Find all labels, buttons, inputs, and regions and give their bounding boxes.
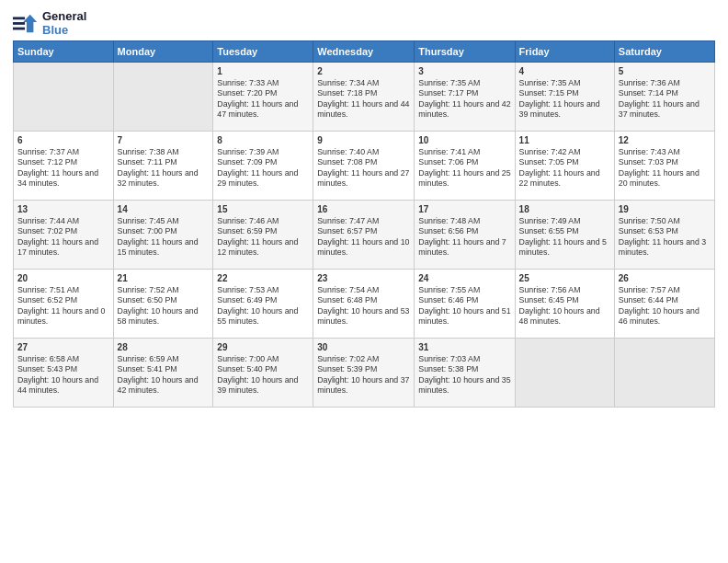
cell-content: Sunrise: 7:48 AMSunset: 6:56 PMDaylight:…: [418, 216, 510, 259]
dow-cell-thursday: Thursday: [415, 41, 515, 63]
cell-content: Sunrise: 7:35 AMSunset: 7:17 PMDaylight:…: [418, 78, 510, 121]
cell-content: Sunrise: 7:49 AMSunset: 6:55 PMDaylight:…: [519, 216, 610, 259]
main-container: General Blue SundayMondayTuesdayWednesda…: [0, 0, 728, 413]
cell-content: Sunrise: 7:44 AMSunset: 7:02 PMDaylight:…: [17, 216, 109, 259]
day-number: 8: [217, 134, 309, 146]
day-number: 23: [317, 272, 410, 284]
day-number: 6: [17, 134, 109, 146]
day-number: 30: [317, 341, 410, 353]
day-number: 27: [17, 341, 109, 353]
day-number: 15: [217, 203, 309, 215]
cell-content: Sunrise: 7:56 AMSunset: 6:45 PMDaylight:…: [519, 285, 610, 327]
cell-content: Sunrise: 7:00 AMSunset: 5:40 PMDaylight:…: [217, 354, 309, 396]
day-number: 2: [317, 65, 410, 77]
day-cell: 22Sunrise: 7:53 AMSunset: 6:49 PMDayligh…: [213, 270, 313, 339]
dow-cell-monday: Monday: [113, 41, 213, 63]
cell-content: Sunrise: 7:36 AMSunset: 7:14 PMDaylight:…: [619, 78, 711, 121]
day-number: 1: [217, 65, 309, 77]
day-cell: 5Sunrise: 7:36 AMSunset: 7:14 PMDaylight…: [614, 63, 714, 132]
day-number: 19: [619, 203, 711, 215]
svg-rect-3: [13, 22, 25, 25]
week-row-4: 20Sunrise: 7:51 AMSunset: 6:52 PMDayligh…: [14, 270, 715, 339]
day-cell: 27Sunrise: 6:58 AMSunset: 5:43 PMDayligh…: [14, 339, 114, 408]
day-cell: 17Sunrise: 7:48 AMSunset: 6:56 PMDayligh…: [415, 201, 515, 270]
cell-content: Sunrise: 7:54 AMSunset: 6:48 PMDaylight:…: [317, 285, 410, 327]
day-number: 22: [217, 272, 309, 284]
day-number: 7: [118, 134, 210, 146]
day-number: 20: [17, 272, 109, 284]
cell-content: Sunrise: 7:03 AMSunset: 5:38 PMDaylight:…: [418, 354, 510, 396]
cell-content: Sunrise: 6:58 AMSunset: 5:43 PMDaylight:…: [17, 354, 109, 396]
day-number: 10: [418, 134, 510, 146]
day-number: 28: [118, 341, 210, 353]
cell-content: Sunrise: 7:43 AMSunset: 7:03 PMDaylight:…: [619, 147, 711, 190]
day-number: 16: [317, 203, 410, 215]
cell-content: Sunrise: 6:59 AMSunset: 5:41 PMDaylight:…: [118, 354, 210, 396]
cell-content: Sunrise: 7:55 AMSunset: 6:46 PMDaylight:…: [418, 285, 510, 327]
week-row-1: 1Sunrise: 7:33 AMSunset: 7:20 PMDaylight…: [14, 63, 715, 132]
day-number: 17: [418, 203, 510, 215]
day-cell: 14Sunrise: 7:45 AMSunset: 7:00 PMDayligh…: [113, 201, 213, 270]
day-cell: 13Sunrise: 7:44 AMSunset: 7:02 PMDayligh…: [14, 201, 114, 270]
cell-content: Sunrise: 7:45 AMSunset: 7:00 PMDaylight:…: [118, 216, 210, 259]
day-cell: 23Sunrise: 7:54 AMSunset: 6:48 PMDayligh…: [313, 270, 415, 339]
cell-content: Sunrise: 7:34 AMSunset: 7:18 PMDaylight:…: [317, 78, 410, 121]
day-number: 24: [418, 272, 510, 284]
header: General Blue: [13, 9, 715, 37]
day-number: 25: [519, 272, 610, 284]
day-cell: 2Sunrise: 7:34 AMSunset: 7:18 PMDaylight…: [313, 63, 415, 132]
calendar-body: 1Sunrise: 7:33 AMSunset: 7:20 PMDaylight…: [14, 63, 715, 408]
logo: General Blue: [13, 9, 86, 37]
cell-content: Sunrise: 7:40 AMSunset: 7:08 PMDaylight:…: [317, 147, 410, 190]
day-number: 21: [118, 272, 210, 284]
cell-content: Sunrise: 7:39 AMSunset: 7:09 PMDaylight:…: [217, 147, 309, 190]
day-number: 29: [217, 341, 309, 353]
day-number: 13: [17, 203, 109, 215]
day-cell: 1Sunrise: 7:33 AMSunset: 7:20 PMDaylight…: [213, 63, 313, 132]
day-cell: 11Sunrise: 7:42 AMSunset: 7:05 PMDayligh…: [515, 132, 614, 201]
day-cell: 16Sunrise: 7:47 AMSunset: 6:57 PMDayligh…: [313, 201, 415, 270]
day-cell: [515, 339, 614, 408]
day-of-week-header-row: SundayMondayTuesdayWednesdayThursdayFrid…: [14, 41, 715, 63]
week-row-3: 13Sunrise: 7:44 AMSunset: 7:02 PMDayligh…: [14, 201, 715, 270]
day-cell: 30Sunrise: 7:02 AMSunset: 5:39 PMDayligh…: [313, 339, 415, 408]
day-cell: 12Sunrise: 7:43 AMSunset: 7:03 PMDayligh…: [614, 132, 714, 201]
day-number: 14: [118, 203, 210, 215]
day-cell: 25Sunrise: 7:56 AMSunset: 6:45 PMDayligh…: [515, 270, 614, 339]
day-cell: 29Sunrise: 7:00 AMSunset: 5:40 PMDayligh…: [213, 339, 313, 408]
cell-content: Sunrise: 7:50 AMSunset: 6:53 PMDaylight:…: [619, 216, 711, 259]
day-number: 26: [619, 272, 711, 284]
cell-content: Sunrise: 7:52 AMSunset: 6:50 PMDaylight:…: [118, 285, 210, 327]
calendar-table: SundayMondayTuesdayWednesdayThursdayFrid…: [13, 40, 715, 408]
cell-content: Sunrise: 7:35 AMSunset: 7:15 PMDaylight:…: [519, 78, 610, 121]
cell-content: Sunrise: 7:53 AMSunset: 6:49 PMDaylight:…: [217, 285, 309, 327]
dow-cell-tuesday: Tuesday: [213, 41, 313, 63]
svg-rect-4: [13, 28, 25, 30]
cell-content: Sunrise: 7:51 AMSunset: 6:52 PMDaylight:…: [17, 285, 109, 327]
week-row-2: 6Sunrise: 7:37 AMSunset: 7:12 PMDaylight…: [14, 132, 715, 201]
cell-content: Sunrise: 7:02 AMSunset: 5:39 PMDaylight:…: [317, 354, 410, 396]
day-cell: 31Sunrise: 7:03 AMSunset: 5:38 PMDayligh…: [415, 339, 515, 408]
dow-cell-sunday: Sunday: [14, 41, 114, 63]
day-cell: 20Sunrise: 7:51 AMSunset: 6:52 PMDayligh…: [14, 270, 114, 339]
cell-content: Sunrise: 7:33 AMSunset: 7:20 PMDaylight:…: [217, 78, 309, 121]
day-number: 18: [519, 203, 610, 215]
day-cell: 19Sunrise: 7:50 AMSunset: 6:53 PMDayligh…: [614, 201, 714, 270]
day-cell: 9Sunrise: 7:40 AMSunset: 7:08 PMDaylight…: [313, 132, 415, 201]
day-cell: 18Sunrise: 7:49 AMSunset: 6:55 PMDayligh…: [515, 201, 614, 270]
day-cell: 8Sunrise: 7:39 AMSunset: 7:09 PMDaylight…: [213, 132, 313, 201]
day-cell: [14, 63, 114, 132]
day-number: 12: [619, 134, 711, 146]
day-number: 9: [317, 134, 410, 146]
cell-content: Sunrise: 7:37 AMSunset: 7:12 PMDaylight:…: [17, 147, 109, 190]
day-cell: 21Sunrise: 7:52 AMSunset: 6:50 PMDayligh…: [113, 270, 213, 339]
day-cell: 15Sunrise: 7:46 AMSunset: 6:59 PMDayligh…: [213, 201, 313, 270]
day-cell: 4Sunrise: 7:35 AMSunset: 7:15 PMDaylight…: [515, 63, 614, 132]
cell-content: Sunrise: 7:42 AMSunset: 7:05 PMDaylight:…: [519, 147, 610, 190]
day-number: 31: [418, 341, 510, 353]
day-number: 5: [619, 65, 711, 77]
day-number: 11: [519, 134, 610, 146]
day-cell: 10Sunrise: 7:41 AMSunset: 7:06 PMDayligh…: [415, 132, 515, 201]
dow-cell-friday: Friday: [515, 41, 614, 63]
dow-cell-wednesday: Wednesday: [313, 41, 415, 63]
